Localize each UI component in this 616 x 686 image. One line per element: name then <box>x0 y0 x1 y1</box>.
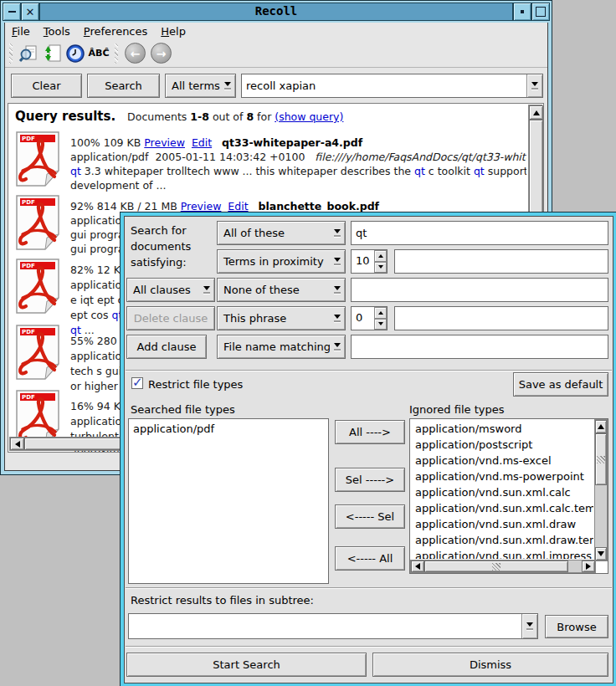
spin-down-icon[interactable] <box>374 262 387 274</box>
term-explorer-icon[interactable]: ÂBĈ <box>87 43 110 64</box>
searched-filetypes-list[interactable]: application/pdf <box>128 418 329 584</box>
searched-filetypes-label: Searched file types <box>131 402 235 417</box>
list-item[interactable]: application/vnd.sun.xml.impress <box>411 548 593 559</box>
restrict-filetypes-checkbox[interactable]: ✓ <box>131 377 143 389</box>
pdf-file-icon[interactable] <box>15 324 60 381</box>
scroll-left-icon[interactable] <box>10 438 24 450</box>
spin-down-icon[interactable] <box>374 319 387 330</box>
dropdown-arrow-icon <box>330 343 345 351</box>
pdf-file-icon[interactable] <box>15 258 60 315</box>
spin-up-icon[interactable] <box>374 250 387 262</box>
iconify-icon <box>521 10 524 13</box>
clause-value-input[interactable] <box>394 249 608 274</box>
list-item[interactable]: application/vnd.sun.xml.draw <box>411 516 593 532</box>
delete-clause-button: Delete clause <box>126 306 215 330</box>
search-mode-combo[interactable]: All terms <box>165 74 236 98</box>
spin-up-icon[interactable] <box>374 307 387 319</box>
clear-button[interactable]: Clear <box>11 74 82 98</box>
list-item[interactable]: application/msword <box>411 421 593 437</box>
satisfy-label: Search for documents satisfying: <box>131 223 214 270</box>
add-clause-button[interactable]: Add clause <box>126 335 207 359</box>
list-item[interactable]: application/postscript <box>411 437 593 453</box>
start-search-button[interactable]: Start Search <box>126 653 367 677</box>
ignored-vscrollbar[interactable] <box>594 419 608 561</box>
list-item[interactable]: application/vnd.sun.xml.draw.temp <box>411 532 593 548</box>
result-meta-line: application/pdf 2005-01-11 14:03:42 +010… <box>70 150 526 164</box>
clause-type-combo[interactable]: Terms in proximity <box>217 249 346 274</box>
pdf-file-icon[interactable] <box>15 131 60 187</box>
ignored-hscrollbar[interactable] <box>410 560 596 573</box>
advanced-search-icon[interactable] <box>17 43 40 64</box>
pdf-file-icon[interactable] <box>15 194 60 251</box>
subtree-history-arrow[interactable] <box>521 614 537 638</box>
dropdown-arrow-icon <box>330 315 345 322</box>
clause-value-input[interactable] <box>351 278 608 302</box>
menu-bar: File Tools Preferences Help <box>5 23 547 39</box>
dropdown-arrow-icon <box>199 286 214 294</box>
scroll-up-icon[interactable] <box>529 105 543 120</box>
list-item[interactable]: application/pdf <box>129 421 328 437</box>
dropdown-arrow-icon <box>330 258 345 265</box>
history-clock-icon[interactable] <box>64 43 87 64</box>
scrollbar-thumb[interactable] <box>595 433 607 485</box>
move-all-left-button[interactable]: <----- All <box>335 546 405 571</box>
clause-type-combo[interactable]: File name matching <box>217 335 346 359</box>
move-sel-left-button[interactable]: <----- Sel <box>335 504 405 529</box>
close-button[interactable]: ✕ <box>21 3 39 21</box>
back-icon[interactable]: ← <box>125 43 146 64</box>
dropdown-arrow-icon <box>330 229 345 237</box>
scroll-down-icon[interactable] <box>595 547 607 561</box>
search-button[interactable]: Search <box>87 74 160 98</box>
list-item[interactable]: application/vnd.ms-excel <box>411 453 593 468</box>
toolbar-grip[interactable] <box>115 44 118 64</box>
window-title: Recoll <box>39 3 513 21</box>
restrict-filetypes-label: Restrict file types <box>148 376 243 392</box>
clause-type-combo[interactable]: All of these <box>217 221 346 245</box>
menu-preferences[interactable]: Preferences <box>77 23 154 39</box>
list-item[interactable]: application/vnd.sun.xml.calc.templ <box>411 500 593 516</box>
clause-scope-combo[interactable]: All clauses <box>126 278 215 302</box>
results-count[interactable]: Documents 1-8 out of 8 for (show query) <box>127 110 343 123</box>
check-icon: ✓ <box>132 375 143 390</box>
menu-file[interactable]: File <box>5 23 37 39</box>
menu-tools[interactable]: Tools <box>37 23 77 39</box>
main-titlebar[interactable]: ✕ Recoll <box>3 3 550 21</box>
proximity-spinbox[interactable]: 10 <box>351 249 388 274</box>
query-history-arrow[interactable] <box>526 74 542 97</box>
query-input[interactable] <box>242 74 526 97</box>
advanced-search-dialog: Search for documents satisfying: All of … <box>120 212 616 686</box>
document-sort-icon[interactable] <box>40 43 64 64</box>
subtree-input[interactable] <box>129 614 521 638</box>
scrollbar-thumb[interactable] <box>424 561 568 572</box>
result-snippet: qt 3.3 whitepaper trolltech www ... this… <box>70 164 526 178</box>
dismiss-button[interactable]: Dismiss <box>372 653 608 677</box>
menu-help[interactable]: Help <box>154 23 192 39</box>
clause-value-input[interactable] <box>394 306 608 330</box>
toolbar-grip[interactable] <box>9 44 13 64</box>
clause-value-input[interactable] <box>351 335 608 359</box>
save-as-default-button[interactable]: Save as default <box>513 372 608 397</box>
scroll-up-icon[interactable] <box>595 420 607 433</box>
scroll-left-icon[interactable] <box>411 561 424 572</box>
maximize-button[interactable] <box>531 3 550 21</box>
scroll-right-icon[interactable] <box>582 561 595 572</box>
query-combobox <box>241 74 543 98</box>
phrase-slack-spinbox[interactable]: 0 <box>351 306 388 330</box>
ignored-filetypes-list[interactable]: application/msword application/postscrip… <box>409 418 608 574</box>
clause-type-combo[interactable]: This phrase <box>217 306 346 330</box>
separator <box>126 587 612 589</box>
forward-icon[interactable]: → <box>151 43 172 64</box>
result-title-line[interactable]: 100% 109 KB Preview Edit qt33-whitepaper… <box>70 136 526 150</box>
move-sel-right-button[interactable]: Sel -----> <box>335 468 405 492</box>
move-all-right-button[interactable]: All ----> <box>335 420 405 444</box>
list-item[interactable]: application/vnd.ms-powerpoint <box>411 468 593 484</box>
list-item[interactable]: application/vnd.sun.xml.calc <box>411 484 593 500</box>
separator <box>126 646 612 648</box>
window-menu-button[interactable] <box>3 3 21 21</box>
iconify-button[interactable] <box>513 3 531 21</box>
close-icon: ✕ <box>26 7 35 18</box>
dropdown-arrow-icon <box>220 82 235 90</box>
clause-value-input[interactable] <box>351 221 608 245</box>
browse-button[interactable]: Browse <box>545 615 608 638</box>
clause-type-combo[interactable]: None of these <box>217 278 346 302</box>
